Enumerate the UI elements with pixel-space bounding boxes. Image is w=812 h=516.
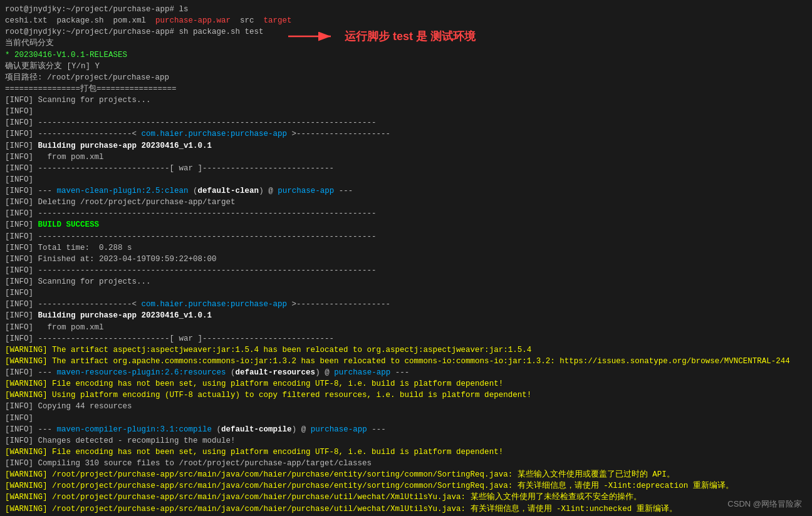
terminal-line: [INFO] --- maven-resources-plugin:2.6:re… xyxy=(5,367,807,378)
terminal-line: [INFO] Scanning for projects... xyxy=(5,95,807,106)
terminal-line: [WARNING] The artifact aspectj:aspectjwe… xyxy=(5,344,807,356)
terminal-line: [INFO] xyxy=(5,287,807,299)
terminal-line: [INFO] Changes detected - recompiling th… xyxy=(5,435,807,446)
terminal-line: root@jnydjky:~/project/purchase-app# ls xyxy=(5,4,807,15)
annotation-text: 运行脚步 test 是 测试环境 xyxy=(345,29,476,44)
terminal-line: [INFO] ----------------------------[ war… xyxy=(5,163,807,174)
terminal-line: [WARNING] File encoding has not been set… xyxy=(5,378,807,390)
annotation-arrow xyxy=(288,28,338,45)
terminal-line: * 20230416-V1.0.1-RELEASES xyxy=(5,49,807,61)
terminal-line: [INFO] xyxy=(5,413,807,424)
terminal-line: [WARNING] /root/project/purchase-app/src… xyxy=(5,469,807,480)
terminal-line: [WARNING] File encoding has not been set… xyxy=(5,446,807,458)
terminal-line: [WARNING] /root/project/purchase-app/src… xyxy=(5,503,807,515)
terminal-line: [INFO] Finished at: 2023-04-19T09:59:22+… xyxy=(5,254,807,265)
terminal-line: [INFO] --------------------< com.haier.p… xyxy=(5,128,807,140)
terminal-line: [WARNING] /root/project/purchase-app/src… xyxy=(5,492,807,503)
terminal-line: [INFO] ---------------------------------… xyxy=(5,231,807,242)
terminal-line: 确认更新该分支 [Y/n] Y xyxy=(5,61,807,72)
terminal-line: [INFO] Scanning for projects... xyxy=(5,276,807,287)
terminal-line: [INFO] xyxy=(5,106,807,117)
terminal-line: [INFO] --- maven-compiler-plugin:3.1:com… xyxy=(5,424,807,435)
terminal-output: root@jnydjky:~/project/purchase-app# lsc… xyxy=(5,4,807,516)
terminal-line: [INFO] ---------------------------------… xyxy=(5,265,807,276)
terminal-line: [INFO] Compiling 310 source files to /ro… xyxy=(5,458,807,469)
terminal-line: [INFO] --------------------< com.haier.p… xyxy=(5,299,807,310)
terminal-line: [INFO] ----------------------------[ war… xyxy=(5,333,807,344)
terminal-line: [WARNING] /root/project/purchase-app/src… xyxy=(5,480,807,492)
terminal-line: ceshi.txt package.sh pom.xml purchase-ap… xyxy=(5,15,807,26)
terminal-line: [INFO] Building purchase-app 20230416_v1… xyxy=(5,310,807,321)
terminal-line: [INFO] --- maven-clean-plugin:2.5:clean … xyxy=(5,185,807,197)
csdn-watermark: CSDN @网络冒险家 xyxy=(727,498,802,510)
terminal-line: [INFO] xyxy=(5,174,807,185)
terminal-line: [WARNING] The artifact org.apache.common… xyxy=(5,356,807,367)
terminal-line: [INFO] BUILD SUCCESS xyxy=(5,219,807,230)
annotation: 运行脚步 test 是 测试环境 xyxy=(288,28,476,45)
terminal-line: [INFO] Building purchase-app 20230416_v1… xyxy=(5,140,807,152)
terminal-line: [INFO] Total time: 0.288 s xyxy=(5,242,807,254)
terminal-line: [INFO] Deleting /root/project/purchase-a… xyxy=(5,197,807,208)
terminal-line: [INFO] Copying 44 resources xyxy=(5,401,807,412)
terminal-line: [INFO] from pom.xml xyxy=(5,322,807,333)
terminal-line: [INFO] ---------------------------------… xyxy=(5,208,807,219)
terminal-line: [INFO] ---------------------------------… xyxy=(5,117,807,128)
terminal: root@jnydjky:~/project/purchase-app# lsc… xyxy=(0,0,812,516)
terminal-line: [WARNING] Using platform encoding (UTF-8… xyxy=(5,390,807,401)
terminal-line: 项目路径: /root/project/purchase-app xyxy=(5,72,807,83)
terminal-line: [INFO] from pom.xml xyxy=(5,152,807,163)
terminal-line: ================打包================= xyxy=(5,83,807,95)
